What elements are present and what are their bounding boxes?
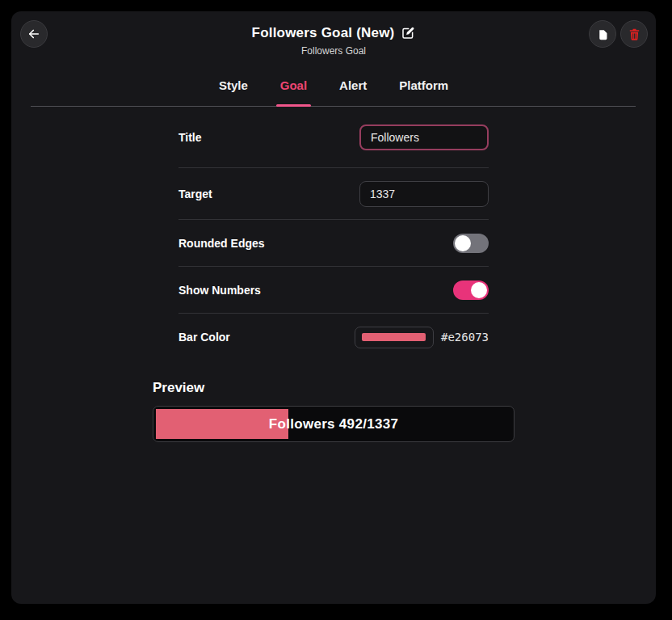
tab-style[interactable]: Style xyxy=(219,78,248,94)
duplicate-button[interactable] xyxy=(589,20,616,48)
tab-goal[interactable]: Goal xyxy=(280,78,307,94)
page-subtitle: Followers Goal xyxy=(11,45,656,57)
bar-color-label: Bar Color xyxy=(178,331,230,344)
toggle-knob xyxy=(471,282,487,298)
header-title-block: Followers Goal (New) Followers Goal xyxy=(11,25,656,57)
preview-section: Preview Followers 492/1337 xyxy=(153,380,514,442)
target-row: Target xyxy=(178,168,489,220)
tab-alert[interactable]: Alert xyxy=(339,78,367,94)
duplicate-icon xyxy=(596,27,610,41)
preview-heading: Preview xyxy=(153,380,514,396)
title-label: Title xyxy=(178,131,202,144)
show-numbers-row: Show Numbers xyxy=(178,267,489,314)
bar-color-hex: #e26073 xyxy=(441,331,489,344)
rounded-edges-toggle[interactable] xyxy=(453,234,489,253)
target-input[interactable] xyxy=(359,181,489,207)
goal-settings-form: Title Target Rounded Edges Show Numbers … xyxy=(178,107,489,361)
title-row: Title xyxy=(178,107,489,168)
toggle-knob xyxy=(455,235,471,251)
show-numbers-label: Show Numbers xyxy=(178,284,261,297)
title-input[interactable] xyxy=(359,124,489,150)
preview-progress-text: Followers 492/1337 xyxy=(153,407,514,441)
preview-progress-bar: Followers 492/1337 xyxy=(153,406,514,442)
show-numbers-toggle[interactable] xyxy=(453,280,489,300)
edit-pencil-icon[interactable] xyxy=(401,26,415,40)
rounded-edges-row: Rounded Edges xyxy=(178,220,489,267)
widget-settings-panel: Followers Goal (New) Followers Goal Styl… xyxy=(11,11,656,604)
delete-button[interactable] xyxy=(620,20,648,48)
trash-icon xyxy=(628,27,641,41)
settings-tabs: Style Goal Alert Platform xyxy=(11,78,656,94)
page-title: Followers Goal (New) xyxy=(252,25,395,41)
bar-color-row: Bar Color #e26073 xyxy=(178,314,489,361)
tab-platform[interactable]: Platform xyxy=(399,78,448,94)
rounded-edges-label: Rounded Edges xyxy=(178,237,265,250)
bar-color-swatch-fill xyxy=(362,333,426,341)
target-label: Target xyxy=(178,188,212,200)
bar-color-swatch-button[interactable] xyxy=(355,327,434,348)
